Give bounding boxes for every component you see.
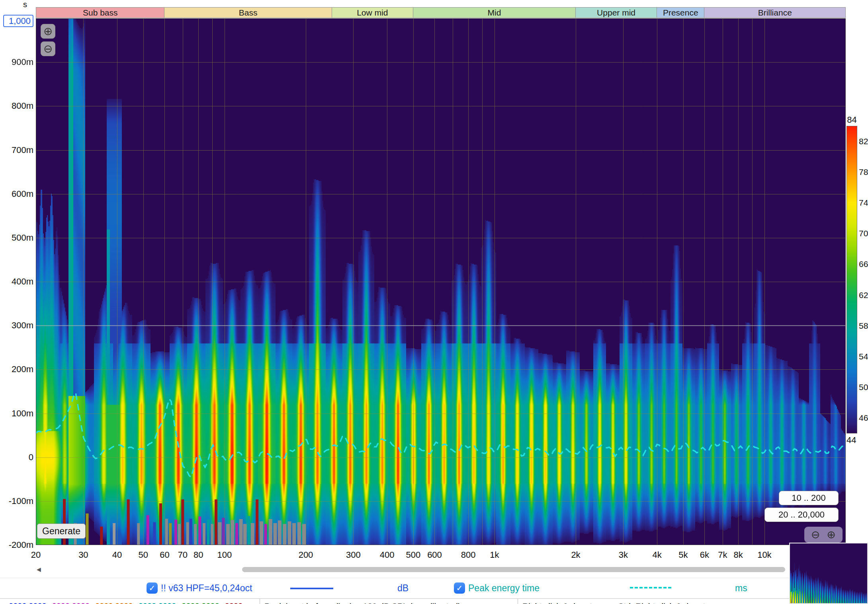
status-glyph-group: 0000 0000 (95, 602, 133, 604)
spectrogram-plot[interactable] (36, 18, 846, 545)
x-tick-label: 20 (18, 550, 54, 560)
series2-unit: ms (735, 583, 747, 594)
check-icon: ✓ (456, 583, 463, 593)
y-axis-unit: s (23, 0, 27, 9)
status-divider (518, 599, 518, 604)
x-tick-label: 3k (605, 550, 641, 560)
series2-checkbox[interactable]: ✓ (454, 582, 465, 594)
band-segment-mid: Mid (413, 7, 576, 18)
colorbar-tick-label: 66 (859, 259, 868, 269)
corner-zoom-controls: ⊖ ⊕ (804, 527, 843, 543)
status-divider (260, 599, 260, 604)
y-tick-label: -100m (0, 496, 33, 506)
time-range-button[interactable]: 10 .. 200 (779, 491, 839, 505)
y-tick-label: 700m (0, 145, 33, 155)
x-tick-label: 600 (416, 550, 452, 560)
band-segment-bass: Bass (164, 7, 332, 18)
overview-thumbnail-canvas[interactable] (790, 543, 867, 603)
band-segment-upper-mid: Upper mid (576, 7, 657, 18)
x-tick-label: 100 (207, 550, 242, 560)
y-tick-label: 400m (0, 277, 33, 287)
series2-label[interactable]: Peak energy time (468, 583, 540, 594)
x-tick-label: 10k (747, 550, 782, 560)
generate-button[interactable]: Generate (37, 524, 86, 539)
y-tick-label: 800m (0, 101, 33, 111)
y-tick-label: 0 (0, 452, 33, 463)
horizontal-scrollbar[interactable]: ◀ (36, 566, 850, 574)
x-tick-label: 30 (65, 550, 101, 560)
y-tick-label: 300m (0, 320, 33, 331)
x-tick-label: 2k (558, 550, 594, 560)
status-glyph-group: 0000 (225, 602, 243, 604)
colorbar-max-label: 84 (846, 115, 857, 125)
colorbar-min-label: 44 (846, 435, 861, 445)
status-bar: ●0000 00000000 00000000 00000000 0000000… (0, 598, 868, 604)
colorbar-tick-label: 58 (859, 321, 868, 331)
colorbar-tick-label: 50 (859, 382, 868, 392)
y-tick-label: 900m (0, 57, 33, 67)
frequency-band-strip: Sub bassBassLow midMidUpper midPresenceB… (36, 7, 846, 18)
status-message-hint: Right click & drag to pan; Ctrl+Right cl… (522, 602, 733, 604)
x-tick-label: 300 (335, 550, 371, 560)
colorbar-gradient (846, 126, 857, 433)
series1-label[interactable]: !! v63 HPF=45,0,24oct (161, 583, 252, 594)
overview-thumbnail[interactable] (789, 543, 868, 604)
check-icon: ✓ (149, 583, 156, 593)
y-tick-label: 100m (0, 408, 33, 419)
series2-line-sample (630, 587, 671, 588)
band-segment-low-mid: Low mid (332, 7, 413, 18)
series1-line-sample (290, 588, 333, 589)
status-glyph-group: ●0000 0000 (4, 602, 47, 604)
series1-unit: dB (397, 583, 409, 594)
legend-bar: ✓ !! v63 HPF=45,0,24oct dB ✓ Peak energy… (0, 578, 868, 598)
colorbar-tick-label: 70 (859, 229, 868, 238)
colorbar: 84 44 82787470666258545046 (846, 115, 868, 449)
y-tick-label: 200m (0, 364, 33, 375)
y-tick-label: 500m (0, 233, 33, 243)
y-tick-label: -200m (0, 540, 33, 550)
zoom-in-button[interactable]: ⊕ (41, 24, 55, 39)
status-glyphs: ●0000 00000000 00000000 00000000 0000000… (4, 602, 248, 604)
zoom-out-icon[interactable]: ⊖ (811, 528, 820, 541)
status-glyph-group: 0000 0000 (182, 602, 219, 604)
band-segment-presence: Presence (657, 7, 704, 18)
scrollbar-thumb[interactable] (242, 567, 785, 572)
colorbar-tick-label: 82 (859, 137, 868, 146)
colorbar-tick-label: 74 (859, 198, 868, 208)
status-glyph-group: 0000 0000 (139, 602, 176, 604)
rew-spectrogram-window: s 1,000 Sub bassBassLow midMidUpper midP… (0, 0, 868, 604)
band-segment-brilliance: Brilliance (704, 7, 846, 18)
zoom-out-button[interactable]: ⊖ (41, 41, 55, 56)
y-axis-max-field[interactable]: 1,000 (3, 15, 33, 27)
freq-range-button[interactable]: 20 .. 20,000 (764, 508, 839, 522)
colorbar-tick-label: 78 (859, 167, 868, 177)
plus-circle-icon: ⊕ (43, 25, 53, 38)
minus-circle-icon: ⊖ (43, 42, 53, 55)
y-tick-label: 600m (0, 189, 33, 199)
band-segment-sub-bass: Sub bass (36, 7, 164, 18)
series1-checkbox[interactable]: ✓ (147, 582, 158, 594)
colorbar-tick-label: 54 (859, 352, 868, 361)
spectrogram-canvas[interactable] (36, 18, 846, 545)
x-tick-label: 1k (477, 550, 512, 560)
colorbar-tick-label: 62 (859, 290, 868, 300)
status-message-clipping: Peak input before clipping 120 dB SPL (u… (264, 602, 461, 604)
status-glyph-group: 0000 0000 (52, 602, 90, 604)
scroll-left-arrow-icon[interactable]: ◀ (37, 566, 41, 573)
colorbar-tick-label: 46 (859, 413, 868, 423)
zoom-in-icon[interactable]: ⊕ (827, 528, 836, 541)
x-tick-label: 200 (288, 550, 324, 560)
